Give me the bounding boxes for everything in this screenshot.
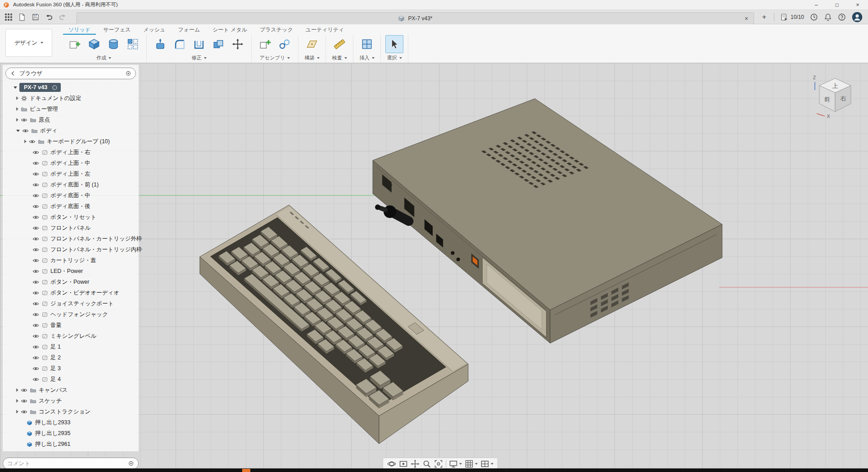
tree-item[interactable]: ヘッドフォンジャック	[3, 309, 139, 320]
visibility-eye-icon[interactable]	[32, 354, 39, 361]
ribbon-group-label[interactable]: アセンブリ	[260, 54, 290, 61]
revolve-tool-button[interactable]	[104, 35, 122, 53]
tree-item[interactable]: 原点	[3, 114, 139, 125]
comment-marker-icon[interactable]	[128, 460, 134, 467]
tree-item[interactable]: ジョイスティックポート	[3, 298, 139, 309]
pan-button[interactable]	[411, 459, 420, 468]
model-px7-main-unit[interactable]	[373, 99, 722, 343]
visibility-eye-icon[interactable]	[32, 344, 39, 350]
radio-icon[interactable]	[52, 85, 58, 91]
primitive-box-tool-button[interactable]	[85, 35, 103, 53]
expand-arrow-icon[interactable]	[16, 410, 18, 413]
new-tab-button[interactable]: +	[760, 13, 768, 21]
measure-tool-button[interactable]	[330, 35, 348, 53]
visibility-eye-icon[interactable]	[32, 300, 39, 307]
tree-item[interactable]: ミキシングレベル	[3, 331, 139, 341]
visibility-eye-icon[interactable]	[32, 365, 39, 372]
ribbon-tab[interactable]: ソリッド	[63, 25, 96, 35]
visibility-eye-icon[interactable]	[32, 322, 39, 329]
app-grid-icon[interactable]	[5, 13, 13, 21]
tree-item[interactable]: LED・Power	[3, 266, 139, 277]
shell-tool-button[interactable]	[190, 35, 208, 53]
undo-icon[interactable]	[45, 13, 53, 21]
tree-item[interactable]: 押し出し2961	[3, 439, 139, 449]
visibility-eye-icon[interactable]	[32, 214, 39, 221]
new-component-tool-button[interactable]	[256, 35, 274, 53]
viewcube[interactable]: 上 前 右 Z X	[810, 73, 861, 119]
tree-item[interactable]: 押し出し2933	[3, 417, 139, 428]
ribbon-tab[interactable]: シート メタル	[207, 25, 253, 35]
visibility-eye-icon[interactable]	[32, 333, 39, 340]
tree-item[interactable]: ボディ底面・後	[3, 201, 139, 212]
visibility-eye-icon[interactable]	[29, 138, 36, 145]
help-icon[interactable]	[838, 13, 846, 21]
expand-arrow-icon[interactable]	[16, 388, 18, 392]
tree-item[interactable]: フロントパネル・カートリッジ外枠	[3, 233, 139, 244]
expand-arrow-icon[interactable]	[24, 140, 27, 143]
press-pull-tool-button[interactable]	[151, 35, 169, 53]
tree-item[interactable]: 足 4	[3, 374, 139, 385]
visibility-eye-icon[interactable]	[32, 268, 39, 275]
ribbon-group-label[interactable]: 作成	[96, 54, 111, 61]
ribbon-tab[interactable]: メッシュ	[138, 25, 171, 35]
fit-button[interactable]	[434, 459, 443, 468]
visibility-eye-icon[interactable]	[21, 387, 27, 394]
job-status[interactable]: 10/10	[780, 13, 804, 21]
expand-arrow-icon[interactable]	[16, 96, 18, 100]
tree-item[interactable]: キーボードグループ (10)	[3, 136, 139, 147]
save-icon[interactable]	[32, 13, 40, 21]
tree-item[interactable]: フロントパネル	[3, 222, 139, 233]
joint-tool-button[interactable]	[276, 35, 294, 53]
tree-item[interactable]: ボタン・リセット	[3, 212, 139, 222]
visibility-eye-icon[interactable]	[32, 236, 39, 242]
ribbon-tab[interactable]: サーフェス	[98, 25, 136, 35]
visibility-eye-icon[interactable]	[32, 311, 39, 318]
tree-item[interactable]: スケッチ	[3, 395, 139, 406]
tree-item[interactable]: 足 1	[3, 341, 139, 352]
zoom-button[interactable]	[422, 459, 431, 468]
taskbar-active-app[interactable]	[242, 469, 250, 472]
visibility-eye-icon[interactable]	[32, 149, 39, 156]
construction-plane-tool-button[interactable]	[303, 35, 321, 53]
tree-item[interactable]: ドキュメントの設定	[3, 93, 139, 104]
viewport-canvas[interactable]: 上 前 右 Z X ブラウザ PX-7 v43ドキュメントの設定ビュー管理原点ボ…	[0, 63, 868, 468]
browser-header[interactable]: ブラウザ	[5, 68, 136, 79]
model-px7-keyboard[interactable]	[200, 205, 468, 444]
ribbon-tab[interactable]: ユーティリティ	[300, 25, 350, 35]
grid-settings-button[interactable]	[465, 459, 478, 468]
visibility-eye-icon[interactable]	[32, 160, 39, 167]
look-at-button[interactable]	[399, 459, 408, 468]
file-menu-icon[interactable]	[18, 13, 26, 21]
locate-icon[interactable]	[125, 70, 131, 77]
visibility-eye-icon[interactable]	[32, 203, 39, 210]
close-tab-button[interactable]: ×	[743, 13, 750, 24]
tree-item[interactable]: コンストラクション	[3, 406, 139, 417]
visibility-eye-icon[interactable]	[32, 225, 39, 231]
collapse-panel-icon[interactable]	[10, 70, 16, 77]
visibility-eye-icon[interactable]	[21, 398, 27, 404]
combine-tool-button[interactable]	[209, 35, 227, 53]
close-button[interactable]: ×	[847, 0, 868, 9]
visibility-eye-icon[interactable]	[32, 290, 39, 296]
visibility-eye-icon[interactable]	[32, 376, 39, 383]
pattern-tool-button[interactable]	[124, 35, 142, 53]
extension-clock-icon[interactable]	[810, 13, 818, 21]
tree-item[interactable]: ボディ上面・右	[3, 147, 139, 158]
tree-item[interactable]: ボタン・ビデオオーディオ	[3, 287, 139, 298]
move-tool-button[interactable]	[229, 35, 247, 53]
visibility-eye-icon[interactable]	[21, 408, 27, 415]
tree-item[interactable]: ボディ底面・前 (1)	[3, 179, 139, 190]
comment-input[interactable]	[7, 460, 125, 467]
expand-arrow-icon[interactable]	[16, 130, 20, 132]
document-tab[interactable]: PX-7 v43* ×	[77, 12, 754, 24]
visibility-eye-icon[interactable]	[32, 279, 39, 286]
maximize-button[interactable]: □	[827, 0, 847, 9]
visibility-eye-icon[interactable]	[21, 117, 27, 123]
redo-icon[interactable]	[59, 13, 67, 21]
tree-item[interactable]: ビュー管理	[3, 104, 139, 114]
tree-item[interactable]: ボディ上面・左	[3, 168, 139, 179]
display-settings-button[interactable]	[449, 459, 462, 468]
visibility-eye-icon[interactable]	[32, 257, 39, 264]
tree-item[interactable]: 押し出し2935	[3, 428, 139, 439]
orbit-button[interactable]	[387, 459, 396, 468]
